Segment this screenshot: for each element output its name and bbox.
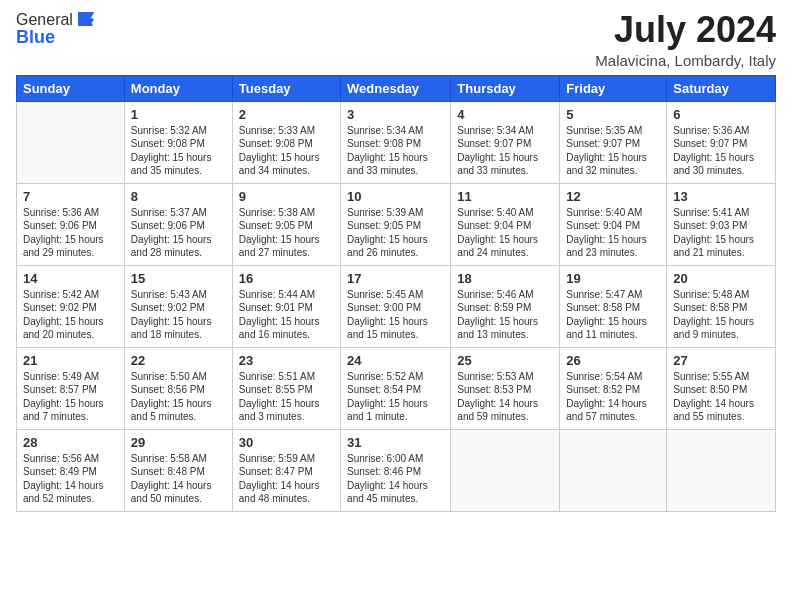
day-number: 2: [239, 107, 334, 122]
calendar-cell: 24Sunrise: 5:52 AM Sunset: 8:54 PM Dayli…: [341, 347, 451, 429]
day-info: Sunrise: 5:46 AM Sunset: 8:59 PM Dayligh…: [457, 288, 553, 342]
calendar-cell: 21Sunrise: 5:49 AM Sunset: 8:57 PM Dayli…: [17, 347, 125, 429]
day-number: 1: [131, 107, 226, 122]
calendar-cell: 19Sunrise: 5:47 AM Sunset: 8:58 PM Dayli…: [560, 265, 667, 347]
day-info: Sunrise: 5:40 AM Sunset: 9:04 PM Dayligh…: [457, 206, 553, 260]
day-number: 16: [239, 271, 334, 286]
day-info: Sunrise: 5:53 AM Sunset: 8:53 PM Dayligh…: [457, 370, 553, 424]
day-number: 23: [239, 353, 334, 368]
day-info: Sunrise: 5:34 AM Sunset: 9:07 PM Dayligh…: [457, 124, 553, 178]
day-number: 19: [566, 271, 660, 286]
day-number: 24: [347, 353, 444, 368]
calendar-cell: 13Sunrise: 5:41 AM Sunset: 9:03 PM Dayli…: [667, 183, 776, 265]
day-number: 4: [457, 107, 553, 122]
calendar-cell: [17, 101, 125, 183]
calendar-week-row: 28Sunrise: 5:56 AM Sunset: 8:49 PM Dayli…: [17, 429, 776, 511]
logo-general-text: General: [16, 12, 73, 28]
day-info: Sunrise: 5:40 AM Sunset: 9:04 PM Dayligh…: [566, 206, 660, 260]
calendar-table: Sunday Monday Tuesday Wednesday Thursday…: [16, 75, 776, 512]
col-monday: Monday: [124, 75, 232, 101]
col-wednesday: Wednesday: [341, 75, 451, 101]
calendar-cell: 4Sunrise: 5:34 AM Sunset: 9:07 PM Daylig…: [451, 101, 560, 183]
day-number: 7: [23, 189, 118, 204]
day-info: Sunrise: 5:37 AM Sunset: 9:06 PM Dayligh…: [131, 206, 226, 260]
day-info: Sunrise: 5:43 AM Sunset: 9:02 PM Dayligh…: [131, 288, 226, 342]
title-block: July 2024 Malavicina, Lombardy, Italy: [595, 10, 776, 69]
day-number: 29: [131, 435, 226, 450]
day-info: Sunrise: 5:45 AM Sunset: 9:00 PM Dayligh…: [347, 288, 444, 342]
day-info: Sunrise: 5:36 AM Sunset: 9:07 PM Dayligh…: [673, 124, 769, 178]
calendar-week-row: 14Sunrise: 5:42 AM Sunset: 9:02 PM Dayli…: [17, 265, 776, 347]
calendar-cell: 29Sunrise: 5:58 AM Sunset: 8:48 PM Dayli…: [124, 429, 232, 511]
day-number: 14: [23, 271, 118, 286]
day-number: 20: [673, 271, 769, 286]
col-sunday: Sunday: [17, 75, 125, 101]
calendar-cell: 11Sunrise: 5:40 AM Sunset: 9:04 PM Dayli…: [451, 183, 560, 265]
calendar-cell: 14Sunrise: 5:42 AM Sunset: 9:02 PM Dayli…: [17, 265, 125, 347]
page: General Blue July 2024 Malavicina, Lomba…: [0, 0, 792, 612]
day-number: 25: [457, 353, 553, 368]
day-number: 17: [347, 271, 444, 286]
day-info: Sunrise: 5:34 AM Sunset: 9:08 PM Dayligh…: [347, 124, 444, 178]
col-saturday: Saturday: [667, 75, 776, 101]
calendar-cell: 25Sunrise: 5:53 AM Sunset: 8:53 PM Dayli…: [451, 347, 560, 429]
day-info: Sunrise: 5:44 AM Sunset: 9:01 PM Dayligh…: [239, 288, 334, 342]
calendar-cell: 17Sunrise: 5:45 AM Sunset: 9:00 PM Dayli…: [341, 265, 451, 347]
day-number: 18: [457, 271, 553, 286]
calendar-cell: 5Sunrise: 5:35 AM Sunset: 9:07 PM Daylig…: [560, 101, 667, 183]
day-number: 22: [131, 353, 226, 368]
day-info: Sunrise: 5:48 AM Sunset: 8:58 PM Dayligh…: [673, 288, 769, 342]
calendar-cell: 26Sunrise: 5:54 AM Sunset: 8:52 PM Dayli…: [560, 347, 667, 429]
col-tuesday: Tuesday: [232, 75, 340, 101]
calendar-cell: [451, 429, 560, 511]
day-number: 8: [131, 189, 226, 204]
calendar-subtitle: Malavicina, Lombardy, Italy: [595, 52, 776, 69]
calendar-cell: 30Sunrise: 5:59 AM Sunset: 8:47 PM Dayli…: [232, 429, 340, 511]
day-number: 9: [239, 189, 334, 204]
day-number: 30: [239, 435, 334, 450]
calendar-cell: 27Sunrise: 5:55 AM Sunset: 8:50 PM Dayli…: [667, 347, 776, 429]
calendar-cell: 6Sunrise: 5:36 AM Sunset: 9:07 PM Daylig…: [667, 101, 776, 183]
day-info: Sunrise: 5:38 AM Sunset: 9:05 PM Dayligh…: [239, 206, 334, 260]
day-info: Sunrise: 5:32 AM Sunset: 9:08 PM Dayligh…: [131, 124, 226, 178]
day-number: 15: [131, 271, 226, 286]
calendar-cell: 28Sunrise: 5:56 AM Sunset: 8:49 PM Dayli…: [17, 429, 125, 511]
day-number: 26: [566, 353, 660, 368]
col-friday: Friday: [560, 75, 667, 101]
calendar-cell: 31Sunrise: 6:00 AM Sunset: 8:46 PM Dayli…: [341, 429, 451, 511]
calendar-cell: 2Sunrise: 5:33 AM Sunset: 9:08 PM Daylig…: [232, 101, 340, 183]
header: General Blue July 2024 Malavicina, Lomba…: [16, 10, 776, 69]
calendar-cell: 7Sunrise: 5:36 AM Sunset: 9:06 PM Daylig…: [17, 183, 125, 265]
calendar-cell: 23Sunrise: 5:51 AM Sunset: 8:55 PM Dayli…: [232, 347, 340, 429]
day-info: Sunrise: 5:36 AM Sunset: 9:06 PM Dayligh…: [23, 206, 118, 260]
calendar-cell: 22Sunrise: 5:50 AM Sunset: 8:56 PM Dayli…: [124, 347, 232, 429]
calendar-cell: 12Sunrise: 5:40 AM Sunset: 9:04 PM Dayli…: [560, 183, 667, 265]
calendar-week-row: 7Sunrise: 5:36 AM Sunset: 9:06 PM Daylig…: [17, 183, 776, 265]
day-number: 27: [673, 353, 769, 368]
day-info: Sunrise: 5:47 AM Sunset: 8:58 PM Dayligh…: [566, 288, 660, 342]
calendar-cell: 9Sunrise: 5:38 AM Sunset: 9:05 PM Daylig…: [232, 183, 340, 265]
day-number: 31: [347, 435, 444, 450]
calendar-cell: 18Sunrise: 5:46 AM Sunset: 8:59 PM Dayli…: [451, 265, 560, 347]
day-number: 5: [566, 107, 660, 122]
logo: General Blue: [16, 10, 97, 46]
calendar-cell: 1Sunrise: 5:32 AM Sunset: 9:08 PM Daylig…: [124, 101, 232, 183]
day-info: Sunrise: 5:33 AM Sunset: 9:08 PM Dayligh…: [239, 124, 334, 178]
calendar-cell: 16Sunrise: 5:44 AM Sunset: 9:01 PM Dayli…: [232, 265, 340, 347]
logo-flag-icon: [75, 8, 97, 30]
day-number: 6: [673, 107, 769, 122]
calendar-cell: 15Sunrise: 5:43 AM Sunset: 9:02 PM Dayli…: [124, 265, 232, 347]
day-info: Sunrise: 5:41 AM Sunset: 9:03 PM Dayligh…: [673, 206, 769, 260]
day-number: 3: [347, 107, 444, 122]
day-info: Sunrise: 5:52 AM Sunset: 8:54 PM Dayligh…: [347, 370, 444, 424]
calendar-cell: [560, 429, 667, 511]
day-info: Sunrise: 6:00 AM Sunset: 8:46 PM Dayligh…: [347, 452, 444, 506]
calendar-week-row: 21Sunrise: 5:49 AM Sunset: 8:57 PM Dayli…: [17, 347, 776, 429]
day-info: Sunrise: 5:39 AM Sunset: 9:05 PM Dayligh…: [347, 206, 444, 260]
calendar-cell: 20Sunrise: 5:48 AM Sunset: 8:58 PM Dayli…: [667, 265, 776, 347]
day-number: 11: [457, 189, 553, 204]
day-number: 21: [23, 353, 118, 368]
calendar-cell: [667, 429, 776, 511]
day-info: Sunrise: 5:50 AM Sunset: 8:56 PM Dayligh…: [131, 370, 226, 424]
col-thursday: Thursday: [451, 75, 560, 101]
